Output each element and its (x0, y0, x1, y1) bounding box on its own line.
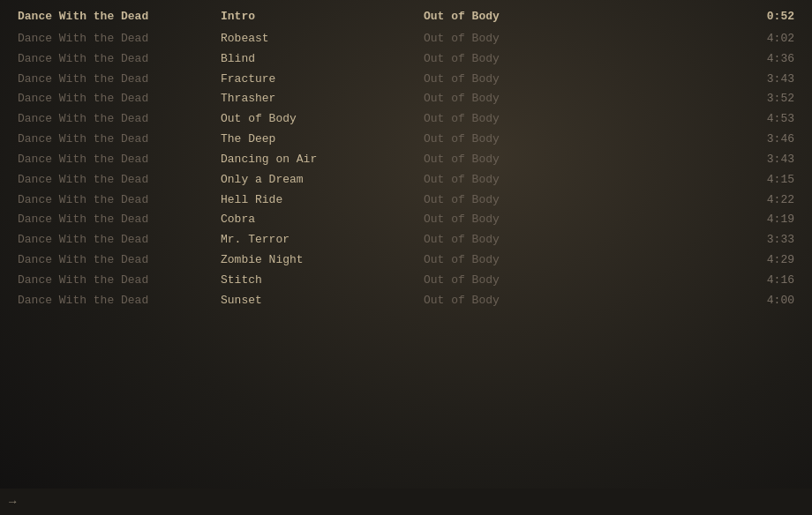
header-title: Intro (221, 9, 424, 26)
track-artist: Dance With the Dead (18, 111, 221, 128)
track-duration: 4:53 (600, 111, 794, 128)
table-row[interactable]: Dance With the DeadSunsetOut of Body4:00 (0, 291, 812, 311)
track-artist: Dance With the Dead (18, 31, 221, 48)
track-artist: Dance With the Dead (18, 293, 221, 310)
track-title: Stitch (221, 272, 424, 289)
track-duration: 4:16 (600, 272, 794, 289)
track-album: Out of Body (424, 212, 600, 228)
track-title: Only a Dream (221, 172, 424, 189)
table-row[interactable]: Dance With the DeadThrasherOut of Body3:… (0, 89, 812, 109)
track-artist: Dance With the Dead (18, 272, 221, 289)
track-album: Out of Body (424, 293, 600, 310)
track-artist: Dance With the Dead (18, 252, 221, 269)
track-album: Out of Body (424, 71, 600, 88)
track-duration: 3:43 (600, 71, 794, 88)
track-artist: Dance With the Dead (18, 172, 221, 189)
table-row[interactable]: Dance With the DeadStitchOut of Body4:16 (0, 271, 812, 291)
track-duration: 4:22 (600, 192, 794, 209)
track-artist: Dance With the Dead (18, 212, 221, 228)
track-duration: 3:43 (600, 152, 794, 168)
track-album: Out of Body (424, 232, 600, 249)
track-duration: 4:29 (600, 252, 794, 269)
table-row[interactable]: Dance With the DeadOut of BodyOut of Bod… (0, 109, 812, 130)
track-album: Out of Body (424, 272, 600, 289)
table-row[interactable]: Dance With the DeadFractureOut of Body3:… (0, 70, 812, 90)
track-artist: Dance With the Dead (18, 232, 221, 249)
track-duration: 4:36 (600, 51, 794, 68)
track-album: Out of Body (424, 31, 600, 48)
table-row[interactable]: Dance With the DeadRobeastOut of Body4:0… (0, 29, 812, 49)
table-row[interactable]: Dance With the DeadDancing on AirOut of … (0, 150, 812, 170)
track-album: Out of Body (424, 192, 600, 209)
track-album: Out of Body (424, 91, 600, 108)
track-title: Zombie Night (221, 252, 424, 269)
arrow-icon: → (9, 495, 16, 509)
track-list: Dance With the Dead Intro Out of Body 0:… (0, 0, 812, 318)
track-title: The Deep (221, 131, 424, 148)
track-album: Out of Body (424, 131, 600, 148)
bottom-bar: → (0, 489, 812, 515)
track-title: Robeast (221, 31, 424, 48)
track-artist: Dance With the Dead (18, 51, 221, 68)
track-title: Mr. Terror (221, 232, 424, 249)
track-title: Hell Ride (221, 192, 424, 209)
track-album: Out of Body (424, 152, 600, 168)
table-row[interactable]: Dance With the DeadCobraOut of Body4:19 (0, 210, 812, 230)
header-artist: Dance With the Dead (18, 9, 221, 26)
track-artist: Dance With the Dead (18, 152, 221, 168)
track-title: Sunset (221, 293, 424, 310)
track-album: Out of Body (424, 252, 600, 269)
track-title: Blind (221, 51, 424, 68)
track-duration: 3:33 (600, 232, 794, 249)
track-title: Cobra (221, 212, 424, 228)
track-title: Out of Body (221, 111, 424, 128)
track-artist: Dance With the Dead (18, 91, 221, 108)
table-row[interactable]: Dance With the DeadOnly a DreamOut of Bo… (0, 170, 812, 190)
table-row[interactable]: Dance With the DeadBlindOut of Body4:36 (0, 49, 812, 70)
header-duration: 0:52 (600, 9, 794, 26)
track-duration: 4:00 (600, 293, 794, 310)
track-artist: Dance With the Dead (18, 71, 221, 88)
table-row[interactable]: Dance With the DeadZombie NightOut of Bo… (0, 250, 812, 271)
header-album: Out of Body (424, 9, 600, 26)
table-row[interactable]: Dance With the DeadThe DeepOut of Body3:… (0, 130, 812, 150)
track-title: Fracture (221, 71, 424, 88)
track-list-header: Dance With the Dead Intro Out of Body 0:… (0, 7, 812, 27)
track-album: Out of Body (424, 111, 600, 128)
track-duration: 3:52 (600, 91, 794, 108)
table-row[interactable]: Dance With the DeadHell RideOut of Body4… (0, 190, 812, 211)
track-duration: 4:02 (600, 31, 794, 48)
track-duration: 3:46 (600, 131, 794, 148)
track-artist: Dance With the Dead (18, 131, 221, 148)
table-row[interactable]: Dance With the DeadMr. TerrorOut of Body… (0, 230, 812, 250)
track-artist: Dance With the Dead (18, 192, 221, 209)
track-album: Out of Body (424, 51, 600, 68)
track-duration: 4:15 (600, 172, 794, 189)
track-title: Thrasher (221, 91, 424, 108)
track-title: Dancing on Air (221, 152, 424, 168)
track-duration: 4:19 (600, 212, 794, 228)
track-album: Out of Body (424, 172, 600, 189)
